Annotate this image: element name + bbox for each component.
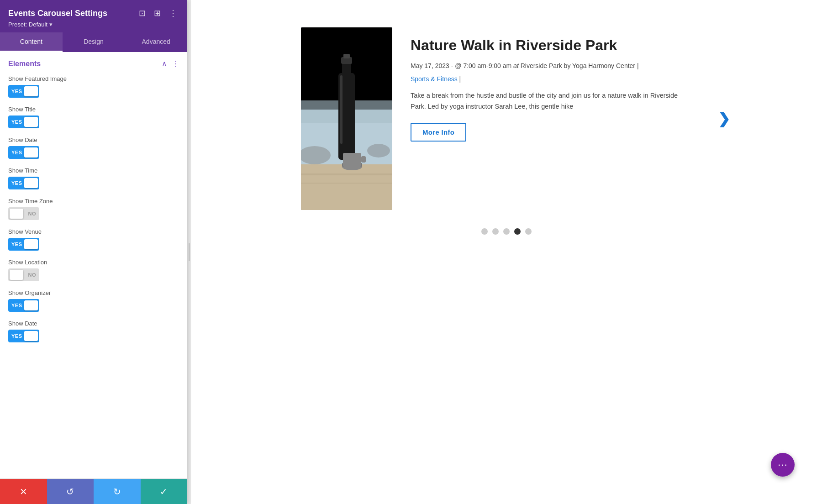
toggle-thumb [24, 86, 38, 96]
floating-action-button[interactable]: ··· [771, 453, 795, 477]
show-organizer-label: Show Organizer [8, 289, 179, 296]
control-show-time: Show Time YES [8, 167, 179, 189]
settings-panel: Events Carousel Settings ⊡ ⊞ ⋮ Preset: D… [0, 0, 187, 504]
svg-point-16 [367, 144, 390, 158]
section-more-icon[interactable]: ⋮ [172, 59, 179, 68]
save-button[interactable]: ✓ [141, 479, 188, 504]
svg-rect-13 [343, 153, 361, 167]
carousel-nav-right[interactable]: ❯ [718, 110, 730, 127]
toggle-thumb [24, 239, 38, 249]
show-featured-image-label: Show Featured Image [8, 75, 179, 82]
fab-icon: ··· [778, 459, 787, 471]
show-date-2-label: Show Date [8, 320, 179, 327]
separator-1: | [637, 62, 639, 69]
close-button[interactable]: ✕ [0, 479, 47, 504]
show-location-toggle[interactable]: NO [8, 268, 39, 281]
carousel-dot-5[interactable] [525, 228, 532, 235]
carousel-dot-2[interactable] [492, 228, 499, 235]
control-show-venue: Show Venue YES [8, 228, 179, 251]
show-venue-toggle-wrap: YES [8, 238, 179, 251]
carousel-container: Nature Walk in Riverside Park May 17, 20… [301, 27, 712, 210]
carousel-dot-4[interactable] [514, 228, 521, 235]
toggle-yes-label: YES [11, 333, 22, 339]
show-time-label: Show Time [8, 167, 179, 174]
toggle-thumb [24, 300, 38, 310]
elements-section-header: Elements ∧ ⋮ [8, 59, 179, 68]
toggle-thumb [24, 331, 38, 341]
preset-label: Preset: Default ▾ [8, 21, 179, 28]
event-category-link[interactable]: Sports & Fitness [411, 75, 458, 83]
show-venue-label: Show Venue [8, 228, 179, 235]
svg-rect-5 [301, 183, 392, 184]
toggle-yes-label: YES [11, 180, 22, 186]
svg-rect-9 [343, 54, 350, 58]
show-location-label: Show Location [8, 259, 179, 266]
show-time-toggle[interactable]: YES [8, 177, 39, 189]
show-venue-toggle[interactable]: YES [8, 238, 39, 251]
event-category-meta: Sports & Fitness | [411, 74, 694, 84]
collapse-icon[interactable]: ∧ [162, 59, 167, 68]
more-icon[interactable]: ⋮ [167, 7, 179, 19]
show-location-toggle-wrap: NO [8, 268, 179, 281]
main-area: Nature Walk in Riverside Park May 17, 20… [191, 0, 822, 504]
show-featured-image-toggle[interactable]: YES [8, 85, 39, 98]
event-image [301, 27, 392, 210]
toggle-thumb [10, 209, 23, 219]
resize-handle[interactable] [187, 0, 191, 504]
tabs-bar: Content Design Advanced [0, 32, 187, 52]
toggle-no-label: NO [28, 272, 37, 278]
toggle-yes-label: YES [11, 150, 22, 155]
elements-title: Elements [8, 60, 41, 68]
show-time-toggle-wrap: YES [8, 177, 179, 189]
redo-button[interactable]: ↻ [94, 479, 141, 504]
show-title-label: Show Title [8, 106, 179, 113]
panel-title: Events Carousel Settings [8, 9, 137, 18]
show-title-toggle-wrap: YES [8, 116, 179, 128]
show-title-toggle[interactable]: YES [8, 116, 39, 128]
show-date-2-toggle[interactable]: YES [8, 330, 39, 342]
show-date-toggle-wrap: YES [8, 146, 179, 159]
control-show-title: Show Title YES [8, 106, 179, 128]
grid-icon[interactable]: ⊞ [152, 7, 163, 19]
toggle-yes-label: YES [11, 242, 22, 247]
control-show-location: Show Location NO [8, 259, 179, 281]
event-content: Nature Walk in Riverside Park May 17, 20… [392, 27, 712, 210]
toggle-yes-label: YES [11, 89, 22, 94]
event-venue: Riverside Park by Yoga Harmony Center [521, 62, 635, 69]
event-card: Nature Walk in Riverside Park May 17, 20… [301, 27, 712, 210]
event-date: May 17, 2023 - @ 7:00 am-9:00 am [411, 62, 511, 69]
panel-header: Events Carousel Settings ⊡ ⊞ ⋮ Preset: D… [0, 0, 187, 32]
toggle-yes-label: YES [11, 303, 22, 308]
show-organizer-toggle[interactable]: YES [8, 299, 39, 312]
section-header-icons: ∧ ⋮ [162, 59, 179, 68]
show-date-toggle[interactable]: YES [8, 146, 39, 159]
tab-design[interactable]: Design [63, 32, 125, 52]
bottom-bar: ✕ ↺ ↻ ✓ [0, 478, 187, 504]
show-time-zone-toggle[interactable]: NO [8, 207, 39, 220]
carousel-dots [481, 228, 532, 235]
show-time-zone-label: Show Time Zone [8, 198, 179, 205]
show-featured-image-toggle-wrap: YES [8, 85, 179, 98]
control-show-featured-image: Show Featured Image YES [8, 75, 179, 98]
carousel-dot-3[interactable] [503, 228, 510, 235]
control-show-organizer: Show Organizer YES [8, 289, 179, 312]
toggle-thumb [10, 270, 23, 280]
undo-button[interactable]: ↺ [47, 479, 94, 504]
svg-rect-4 [301, 173, 392, 175]
tab-advanced[interactable]: Advanced [125, 32, 187, 52]
toggle-yes-label: YES [11, 119, 22, 125]
panel-body: Elements ∧ ⋮ Show Featured Image YES Sho… [0, 52, 187, 478]
show-date-2-toggle-wrap: YES [8, 330, 179, 342]
header-icons: ⊡ ⊞ ⋮ [137, 7, 179, 19]
carousel-dot-1[interactable] [481, 228, 488, 235]
bottle-illustration [301, 27, 392, 210]
event-date-meta: May 17, 2023 - @ 7:00 am-9:00 am at Rive… [411, 61, 694, 71]
tab-content[interactable]: Content [0, 32, 63, 52]
capture-icon[interactable]: ⊡ [137, 7, 148, 19]
more-info-button[interactable]: More Info [411, 123, 466, 142]
toggle-no-label: NO [28, 211, 37, 216]
toggle-thumb [24, 178, 38, 188]
svg-rect-3 [301, 164, 392, 210]
svg-rect-10 [340, 75, 342, 144]
toggle-thumb [24, 117, 38, 127]
